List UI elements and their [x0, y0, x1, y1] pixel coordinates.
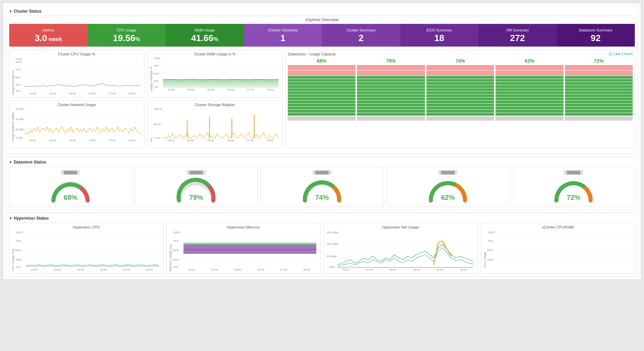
- ds-pct-3: 74%: [455, 58, 465, 64]
- svg-text:50 MBs: 50 MBs: [326, 255, 337, 258]
- chart-cpu-usage: Cluster CPU Usage % Usage Average % 100%: [9, 50, 144, 98]
- svg-text:30 MBs: 30 MBs: [15, 108, 24, 110]
- gauge-5-container: 72%: [515, 177, 632, 204]
- svg-text:75%: 75%: [487, 240, 493, 243]
- chart-ram-title: Cluster RAM Usage in %: [150, 52, 280, 56]
- datastores-title: Datastores - Usage Capacity i Last 3 hou…: [288, 52, 633, 56]
- svg-text:50%: 50%: [173, 249, 179, 252]
- svg-text:150 MBs: 150 MBs: [326, 231, 338, 234]
- hyp-memory-ylabel: Memory Usage Avg.: [169, 231, 172, 271]
- ds-pct-4: 62%: [525, 58, 534, 64]
- svg-text:100%: 100%: [15, 61, 22, 64]
- tile-datastore-label: Datastore Summary: [579, 28, 613, 32]
- svg-text:0 kBs: 0 kBs: [16, 136, 23, 139]
- overview-tiles: Uptime 3.0 week CPU Usage 19.56% RAM Usa…: [9, 24, 635, 47]
- hypervisor-status-section: ▼ Hypervisor Status Hypervisor CPU CPU U…: [6, 213, 638, 277]
- svg-text:20 MBs: 20 MBs: [15, 118, 24, 121]
- gauge-5-label: ▓▓▓▓▓▓: [564, 170, 583, 175]
- hyp-chart-memory: Hypervisor Memory Memory Usage Avg. 100%…: [166, 223, 321, 274]
- tile-cluster-label: Cluster Summary: [347, 28, 376, 32]
- ds-bar-stack-3: [426, 65, 494, 144]
- datastore-status-header: ▼ Datastore Status: [9, 160, 635, 165]
- ds-pct-1: 68%: [317, 58, 326, 64]
- hyp-vcenter-title: vCenter CPU/RAM: [483, 225, 633, 229]
- svg-text:0 ms: 0 ms: [154, 136, 160, 139]
- svg-text:50%: 50%: [15, 249, 21, 252]
- svg-text:25%: 25%: [487, 259, 493, 261]
- hyp-vcenter-svg: 100% 75% 50% 25%: [487, 231, 633, 268]
- tile-cluster-summary[interactable]: Cluster Summary 2: [322, 24, 400, 47]
- gauge-box-2: ▓▓▓▓▓▓ 79%: [135, 167, 258, 207]
- svg-text:100%: 100%: [15, 231, 23, 234]
- svg-text:75%: 75%: [15, 240, 21, 243]
- chart-cpu-svg: 100% 75% 50% 25% 0%: [15, 61, 142, 92]
- gauge-4-label: ▓▓▓▓▓▓: [438, 170, 457, 175]
- gauge-4-container: 62%: [389, 177, 506, 204]
- tile-uptime-value: 3.0 week: [35, 34, 62, 42]
- ds-gauges-row: ▓▓▓▓▓▓ 68% ▓▓▓▓▓▓: [9, 167, 635, 207]
- hyp-vcenter-ylabel: CPU Usage: [483, 231, 487, 268]
- svg-text:50%: 50%: [15, 76, 21, 79]
- svg-text:68%: 68%: [64, 194, 77, 201]
- tile-datastore-summary[interactable]: Datastore Summary 92: [557, 24, 635, 47]
- ds-col-2: 79%: [357, 58, 425, 144]
- svg-text:100 MBs: 100 MBs: [326, 243, 338, 246]
- hyp-chart-net: Hypervisor Net Usage 150 MBs 100 MBs 50 …: [323, 223, 478, 274]
- tile-vcenter-label: vCenter Summary: [268, 28, 298, 32]
- hyp-memory-title: Hypervisor Memory: [169, 225, 319, 229]
- chart-storage-ylabel: ms: [150, 108, 153, 142]
- svg-text:0 kBs: 0 kBs: [327, 266, 335, 268]
- svg-text:100 ms: 100 ms: [154, 108, 162, 110]
- svg-text:72%: 72%: [567, 194, 580, 201]
- cluster-status-chevron[interactable]: ▼: [9, 10, 12, 13]
- ds-bar-stack-2: [357, 65, 425, 144]
- chart-ram-usage: Cluster RAM Usage in % Usage Average %: [147, 50, 283, 98]
- chart-cpu-title: Cluster CPU Usage %: [11, 52, 142, 56]
- hyp-cpu-title: Hypervisor CPU: [11, 225, 161, 229]
- tile-vcenter-summary[interactable]: vCenter Summary 1: [244, 24, 322, 47]
- tile-cpu-usage[interactable]: CPU Usage 19.56%: [88, 24, 166, 47]
- svg-text:75%: 75%: [15, 68, 21, 71]
- hyp-memory-svg: 100% 75% 50% 25% 0%: [173, 231, 319, 268]
- svg-text:100%: 100%: [173, 231, 180, 234]
- gauge-box-3: ▓▓▓▓▓▓ 74%: [260, 167, 384, 207]
- tile-cluster-value: 2: [359, 34, 363, 42]
- svg-text:100%: 100%: [487, 231, 495, 234]
- svg-text:62%: 62%: [441, 194, 455, 201]
- svg-rect-65: [183, 243, 316, 245]
- chart-ram-ylabel: Usage Average %: [150, 57, 153, 91]
- ds-bar-stack-1: [288, 65, 356, 144]
- hyp-net-title: Hypervisor Net Usage: [326, 225, 476, 229]
- charts-section: Cluster CPU Usage % Usage Average % 100%: [9, 50, 635, 148]
- svg-text:75%: 75%: [154, 64, 159, 67]
- chart-network-svg: 30 MBs 20 MBs 10 MBs 0 kBs: [15, 108, 142, 139]
- gauge-2-svg: 79%: [174, 177, 218, 204]
- tile-datastore-value: 92: [591, 34, 601, 42]
- svg-text:0%: 0%: [154, 86, 158, 88]
- ds-pct-2: 79%: [386, 58, 396, 64]
- ds-bar-stack-4: [495, 65, 563, 144]
- chart-cpu-ylabel: Usage Average %: [11, 57, 15, 95]
- chart-storage-svg: 100 ms 50 ms 0 ms: [154, 108, 280, 139]
- svg-text:25%: 25%: [173, 259, 179, 261]
- tile-cpu-value: 19.56%: [113, 34, 140, 42]
- hypervisor-status-title: Hypervisor Status: [14, 216, 49, 221]
- charts-left: Cluster CPU Usage % Usage Average % 100%: [9, 50, 283, 148]
- hypervisor-status-chevron[interactable]: ▼: [9, 217, 12, 220]
- svg-text:50 ms: 50 ms: [154, 123, 161, 126]
- svg-text:100%: 100%: [154, 57, 160, 60]
- tile-esxi-value: 18: [434, 34, 444, 42]
- tile-ram-usage[interactable]: RAM Usage 41.66%: [166, 24, 244, 47]
- svg-text:0%: 0%: [16, 266, 21, 268]
- gauge-3-label: ▓▓▓▓▓▓: [312, 170, 331, 175]
- gauge-box-4: ▓▓▓▓▓▓ 62%: [386, 167, 510, 207]
- vsphere-title: vSphere Overview: [9, 16, 635, 24]
- chart-storage-adapter: Cluster Storage Adapter ms 100 ms 50 ms …: [147, 100, 283, 148]
- tile-vm-summary[interactable]: VM Summary 272: [478, 24, 557, 47]
- hyp-net-svg: 150 MBs 100 MBs 50 MBs 0 kBs: [326, 231, 476, 268]
- tile-uptime[interactable]: Uptime 3.0 week: [9, 24, 88, 47]
- datastore-status-chevron[interactable]: ▼: [9, 160, 12, 164]
- svg-text:0%: 0%: [173, 266, 178, 268]
- tile-esxi-summary[interactable]: ESXi Summary 18: [400, 24, 479, 47]
- gauge-2-container: 79%: [138, 177, 255, 204]
